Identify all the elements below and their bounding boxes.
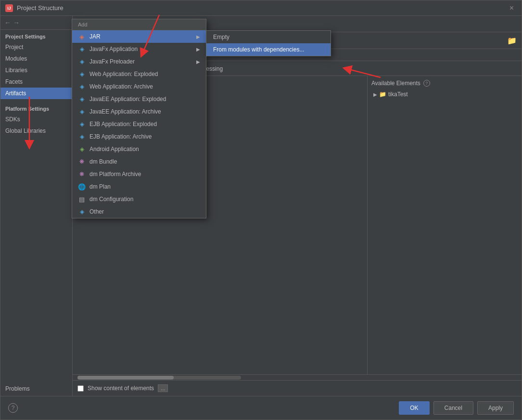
submenu-item-empty[interactable]: Empty [206,31,331,43]
platform-settings-label: Platform Settings [0,101,72,114]
menu-item-dm-bundle-label: dm Bundle [89,158,117,165]
javafx-preloader-arrow: ▶ [196,59,200,64]
title-bar-left: IJ Project Structure [5,4,64,12]
menu-item-ejb-archive[interactable]: ◈ EJB Application: Archive [72,130,206,143]
sidebar-item-modules[interactable]: Modules [0,53,72,64]
menu-item-javaee-exploded-label: JavaEE Application: Exploded [89,96,166,102]
nav-arrows: ← → [0,16,72,30]
menu-item-dm-plan[interactable]: 🌐 dm Plan [72,180,206,193]
right-content: Available Elements ? ▶ 📁 tikaTest [368,76,522,374]
menu-item-dm-platform-archive-label: dm Platform Archive [89,171,141,178]
add-menu-header: Add [72,19,206,30]
menu-item-dm-configuration-label: dm Configuration [89,196,133,203]
menu-item-web-app-exploded[interactable]: ◈ Web Application: Exploded [72,68,206,80]
javaee-archive-icon: ◈ [78,108,86,115]
sidebar: ← → Project Settings Project Modules Lib… [0,16,73,396]
window-title: Project Structure [17,4,64,12]
sidebar-item-global-libraries[interactable]: Global Libraries [0,125,72,137]
javafx-app-arrow: ▶ [196,47,200,52]
checkbox-row: Show content of elements ... [73,380,522,396]
back-button[interactable]: ← [4,19,11,26]
menu-item-dm-platform-archive[interactable]: ❋ dm Platform Archive [72,168,206,180]
menu-item-dm-bundle[interactable]: ❋ dm Bundle [72,155,206,168]
menu-item-web-app-archive-label: Web Application: Archive [89,83,153,90]
menu-item-web-app-exploded-label: Web Application: Exploded [89,71,158,77]
menu-item-dm-configuration[interactable]: ▤ dm Configuration [72,193,206,205]
ellipsis-button[interactable]: ... [158,384,168,392]
sidebar-item-libraries[interactable]: Libraries [0,64,72,76]
menu-item-javafx-app[interactable]: ◈ JavaFx Application ▶ [72,43,206,55]
sidebar-item-problems[interactable]: Problems [0,382,72,396]
menu-item-other-label: Other [89,208,104,215]
folder-open-button[interactable]: 📁 [507,36,517,45]
menu-item-dm-plan-label: dm Plan [89,183,111,190]
dm-bundle-icon: ❋ [78,158,86,165]
tree-item[interactable]: ▶ 📁 tikaTest [371,89,518,99]
sidebar-item-artifacts[interactable]: Artifacts [0,88,72,99]
title-bar: IJ Project Structure × [0,0,522,16]
show-content-label: Show content of elements [88,385,154,392]
sidebar-item-project[interactable]: Project [0,41,72,53]
forward-button[interactable]: → [13,19,20,26]
close-button[interactable]: × [507,3,517,13]
dm-plan-icon: 🌐 [78,183,86,191]
dm-configuration-icon: ▤ [78,195,86,203]
scrollbar-thumb [77,376,174,380]
menu-item-web-app-archive[interactable]: ◈ Web Application: Archive [72,80,206,93]
scrollbar-track [77,376,241,380]
sidebar-item-facets[interactable]: Facets [0,76,72,88]
apply-button[interactable]: Apply [477,401,514,415]
jar-submenu-arrow: ▶ [196,34,200,39]
web-app-exploded-icon: ◈ [78,70,86,78]
dm-platform-archive-icon: ❋ [78,170,86,178]
dialog-window: IJ Project Structure × ← → Project Setti… [0,0,522,420]
submenu-from-modules-label: From modules with dependencies... [213,46,304,53]
menu-item-ejb-exploded[interactable]: ◈ EJB Application: Exploded [72,118,206,130]
submenu-empty-label: Empty [213,34,229,40]
web-app-archive-icon: ◈ [78,83,86,90]
help-icon: ? [8,403,18,413]
menu-item-android-app-label: Android Application [89,146,139,153]
other-icon: ◈ [78,208,86,216]
menu-item-ejb-archive-label: EJB Application: Archive [89,133,152,140]
menu-item-android-app[interactable]: ◈ Android Application [72,143,206,155]
javafx-app-icon: ◈ [78,45,86,53]
available-tree: ▶ 📁 tikaTest [371,89,518,370]
menu-item-jar[interactable]: ◈ JAR ▶ Empty From modules with dependen… [72,30,206,43]
ok-button[interactable]: OK [399,401,429,415]
project-settings-label: Project Settings [0,30,72,41]
tree-folder-icon: 📁 [379,91,386,98]
ejb-archive-icon: ◈ [78,133,86,140]
available-elements-header: Available Elements ? [371,80,518,87]
javaee-exploded-icon: ◈ [78,95,86,103]
footer: ? OK Cancel Apply [0,396,522,420]
app-icon: IJ [5,4,13,12]
android-app-icon: ◈ [78,145,86,153]
javafx-preloader-icon: ◈ [78,58,86,65]
bottom-scrollbar[interactable] [73,374,522,380]
jar-menu-icon: ◈ [78,33,86,40]
available-elements-label: Available Elements [371,80,420,87]
add-menu: Add ◈ JAR ▶ Empty From modules with depe… [72,19,206,218]
help-button[interactable]: ? [8,403,18,413]
tree-expand-icon: ▶ [373,92,377,97]
submenu-item-from-modules[interactable]: From modules with dependencies... [206,43,331,56]
menu-item-javafx-preloader[interactable]: ◈ JavaFx Preloader ▶ [72,55,206,68]
menu-item-javafx-preloader-label: JavaFx Preloader [89,58,135,65]
menu-item-other[interactable]: ◈ Other [72,205,206,218]
cancel-button[interactable]: Cancel [433,401,473,415]
menu-item-ejb-exploded-label: EJB Application: Exploded [89,121,157,127]
tree-item-label: tikaTest [388,91,408,98]
menu-item-javaee-archive[interactable]: ◈ JavaEE Application: Archive [72,105,206,118]
show-content-checkbox[interactable] [77,385,84,392]
menu-item-javaee-exploded[interactable]: ◈ JavaEE Application: Exploded [72,93,206,105]
sidebar-item-sdks[interactable]: SDKs [0,114,72,125]
jar-submenu: Empty From modules with dependencies... [206,30,331,56]
menu-item-javafx-app-label: JavaFx Application [89,46,138,52]
ejb-exploded-icon: ◈ [78,120,86,128]
available-elements-help-icon[interactable]: ? [423,80,430,87]
menu-item-javaee-archive-label: JavaEE Application: Archive [89,108,161,115]
menu-item-jar-label: JAR [89,33,101,40]
